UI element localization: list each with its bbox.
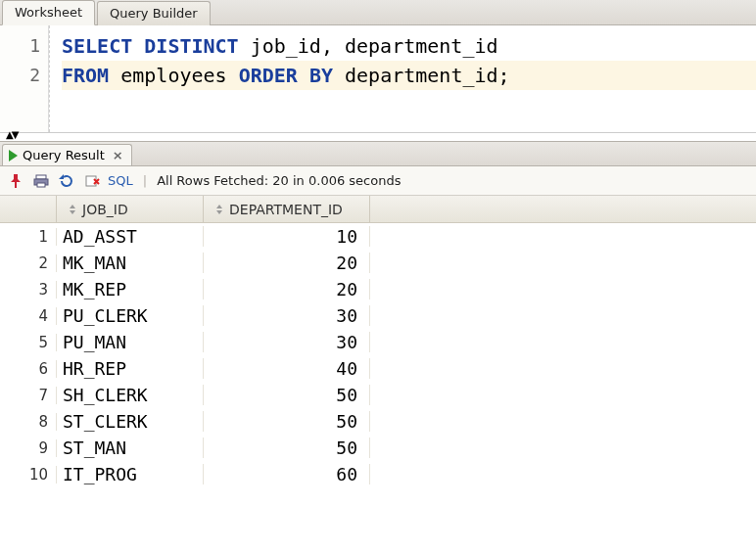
code-line[interactable]: SELECT DISTINCT job_id, department_id [62,31,756,61]
run-icon [9,150,18,161]
print-icon [33,173,49,189]
cell-department-id[interactable]: 60 [204,464,370,484]
splitter[interactable]: ▲▼ [0,133,756,141]
grid-body: 1AD_ASST102MK_MAN203MK_REP204PU_CLERK305… [0,223,756,487]
cell-job-id[interactable]: PU_CLERK [57,305,204,326]
cell-department-id[interactable]: 20 [204,253,370,273]
cell-job-id[interactable]: AD_ASST [57,226,204,247]
cell-department-id[interactable]: 50 [204,385,370,405]
svg-rect-0 [36,175,46,179]
result-tabs: Query Result × [0,141,756,166]
sort-icon [67,204,78,215]
cell-job-id[interactable]: PU_MAN [57,332,204,352]
sort-icon [213,204,225,215]
editor-code-area[interactable]: SELECT DISTINCT job_id, department_idFRO… [49,25,756,132]
row-number: 5 [0,334,57,351]
row-number: 6 [0,360,57,378]
tab-worksheet[interactable]: Worksheet [2,0,95,25]
pin-button[interactable] [6,171,25,191]
result-grid: JOB_ID DEPARTMENT_ID 1AD_ASST102MK_MAN20… [0,196,756,487]
column-header-job-id[interactable]: JOB_ID [57,196,204,222]
sql-link[interactable]: SQL [108,173,133,188]
cell-job-id[interactable]: IT_PROG [57,464,204,484]
result-toolbar: SQL | All Rows Fetched: 20 in 0.006 seco… [0,166,756,196]
separator: | [139,173,151,188]
cell-department-id[interactable]: 10 [204,226,370,247]
row-number: 3 [0,281,57,299]
table-row[interactable]: 5PU_MAN30 [0,329,756,355]
table-row[interactable]: 8ST_CLERK50 [0,408,756,435]
row-number: 2 [0,254,57,272]
cell-job-id[interactable]: MK_MAN [57,253,204,273]
tab-query-builder[interactable]: Query Builder [97,1,211,25]
cell-department-id[interactable]: 30 [204,305,370,326]
row-number: 7 [0,387,57,404]
result-tab-label: Query Result [23,148,105,162]
tab-query-result[interactable]: Query Result × [2,144,132,165]
line-number: 2 [0,61,40,90]
table-row[interactable]: 10IT_PROG60 [0,461,756,487]
table-row[interactable]: 9ST_MAN50 [0,435,756,461]
print-button[interactable] [31,171,51,191]
cell-department-id[interactable]: 50 [204,411,370,432]
cell-department-id[interactable]: 50 [204,438,370,458]
editor-tabs: Worksheet Query Builder [0,0,756,25]
column-label: JOB_ID [82,202,128,217]
splitter-handle-icon: ▲▼ [6,129,17,140]
cell-department-id[interactable]: 30 [204,332,370,352]
cell-job-id[interactable]: MK_REP [57,279,204,300]
row-number: 9 [0,439,57,457]
refresh-icon [59,173,74,189]
grid-header: JOB_ID DEPARTMENT_ID [0,196,756,223]
table-row[interactable]: 4PU_CLERK30 [0,302,756,329]
row-number-header[interactable] [0,196,57,222]
column-header-department-id[interactable]: DEPARTMENT_ID [204,196,370,222]
cell-job-id[interactable]: ST_MAN [57,438,204,458]
cancel-icon [84,173,100,189]
table-row[interactable]: 2MK_MAN20 [0,250,756,276]
table-row[interactable]: 1AD_ASST10 [0,223,756,250]
cell-job-id[interactable]: SH_CLERK [57,385,204,405]
sql-editor[interactable]: 12 SELECT DISTINCT job_id, department_id… [0,25,756,133]
close-icon[interactable]: × [113,148,123,162]
editor-gutter: 12 [0,25,49,132]
cell-job-id[interactable]: ST_CLERK [57,411,204,432]
code-line[interactable]: FROM employees ORDER BY department_id; [62,61,756,90]
cell-job-id[interactable]: HR_REP [57,358,204,379]
cancel-button[interactable] [82,171,102,191]
cell-department-id[interactable]: 20 [204,279,370,300]
cell-department-id[interactable]: 40 [204,358,370,379]
table-row[interactable]: 7SH_CLERK50 [0,382,756,408]
row-number: 4 [0,307,57,325]
table-row[interactable]: 3MK_REP20 [0,276,756,302]
row-number: 10 [0,466,57,484]
column-label: DEPARTMENT_ID [229,202,343,217]
row-number: 8 [0,413,57,431]
pin-icon [8,173,24,189]
refresh-button[interactable] [57,171,76,191]
row-number: 1 [0,228,57,246]
status-text: All Rows Fetched: 20 in 0.006 seconds [157,173,401,188]
svg-rect-2 [37,183,45,187]
table-row[interactable]: 6HR_REP40 [0,355,756,382]
line-number: 1 [0,31,40,61]
